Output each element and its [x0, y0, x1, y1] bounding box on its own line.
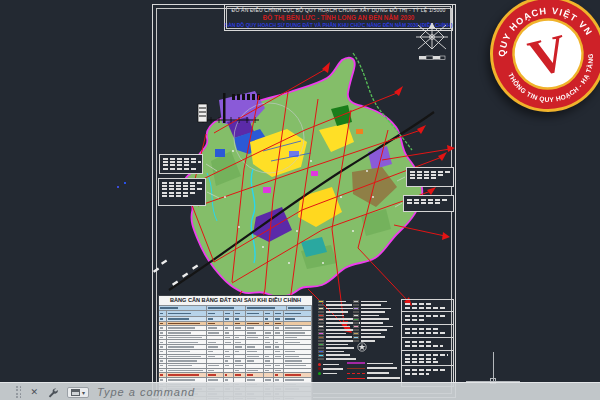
legend-line-item — [347, 367, 400, 370]
canvas-speck — [117, 186, 119, 188]
legend-item — [318, 358, 360, 361]
command-window-icon — [71, 389, 80, 396]
legend-line-item — [347, 377, 400, 380]
map-callout — [403, 195, 454, 212]
map-callout — [406, 167, 454, 187]
table-row — [159, 316, 312, 321]
legend-lines — [347, 362, 400, 380]
table-row — [159, 354, 312, 359]
legend-line-item — [347, 372, 400, 375]
close-icon[interactable]: ✕ — [31, 388, 39, 397]
legend-item — [353, 332, 393, 335]
table-row — [159, 368, 312, 373]
legend-item — [318, 347, 360, 350]
legend-item — [353, 300, 393, 303]
table-row — [159, 339, 312, 344]
legend-item — [353, 304, 393, 307]
table-row — [159, 321, 312, 326]
legend-point-item — [318, 372, 343, 375]
table-row — [159, 372, 312, 377]
legend-item — [318, 350, 360, 353]
legend-item — [353, 314, 393, 317]
table-row — [159, 349, 312, 354]
table-row — [159, 344, 312, 349]
cad-viewport[interactable]: ĐỒ ÁN ĐIỀU CHỈNH CỤC BỘ QUY HOẠCH CHUNG … — [0, 0, 600, 400]
logo-sticker: V QUY HOẠCH VIỆT VN THÔNG TIN QUY HOẠCH … — [486, 0, 600, 118]
table-row — [159, 358, 312, 363]
table-row — [159, 330, 312, 335]
legend-item — [353, 336, 393, 339]
land-table-title: BẢNG CÂN BẰNG ĐẤT ĐAI SAU KHI ĐIỀU CHỈNH — [159, 296, 312, 305]
legend-item — [353, 322, 393, 325]
legend-item — [318, 343, 360, 346]
legend-point-item — [318, 368, 343, 371]
canvas-speck — [124, 182, 126, 184]
command-history-dropdown[interactable]: ▾ — [67, 387, 89, 398]
legend-item — [353, 329, 393, 332]
map-callout — [158, 178, 206, 206]
land-table-header-groups — [159, 305, 312, 310]
legend-col-2 — [353, 300, 393, 342]
map-callout — [159, 154, 203, 174]
legend-item — [318, 354, 360, 357]
legend-point-item — [318, 363, 343, 366]
legend-item — [353, 318, 393, 321]
table-row — [159, 325, 312, 330]
legend-line-item — [347, 362, 400, 365]
drawing-sheet: ĐỒ ÁN ĐIỀU CHỈNH CỤC BỘ QUY HOẠCH CHUNG … — [152, 4, 456, 398]
legend-points — [318, 363, 343, 375]
legend-item — [353, 307, 393, 310]
crosshair-cursor — [493, 352, 494, 381]
chevron-down-icon: ▾ — [82, 389, 85, 396]
customize-wrench-icon[interactable] — [47, 387, 58, 398]
star-symbol-icon — [357, 342, 367, 352]
table-row — [159, 363, 312, 368]
sheet-name-block — [401, 299, 454, 387]
legend-item — [353, 311, 393, 314]
sheet-title-line2: ĐÔ THỊ BẾN LỨC - TỈNH LONG AN ĐẾN NĂM 20… — [263, 14, 415, 21]
legend-item — [353, 325, 393, 328]
drag-handle-icon[interactable] — [16, 386, 22, 398]
land-table-header-cols — [159, 310, 312, 316]
command-input[interactable]: Type a command — [97, 386, 195, 398]
sheet-title-line1: ĐỒ ÁN ĐIỀU CHỈNH CỤC BỘ QUY HOẠCH CHUNG … — [232, 7, 446, 13]
table-row — [159, 335, 312, 340]
command-bar: ✕ ▾ Type a command — [0, 382, 600, 400]
table-row — [159, 377, 312, 382]
north-arrow-icon — [411, 19, 453, 67]
